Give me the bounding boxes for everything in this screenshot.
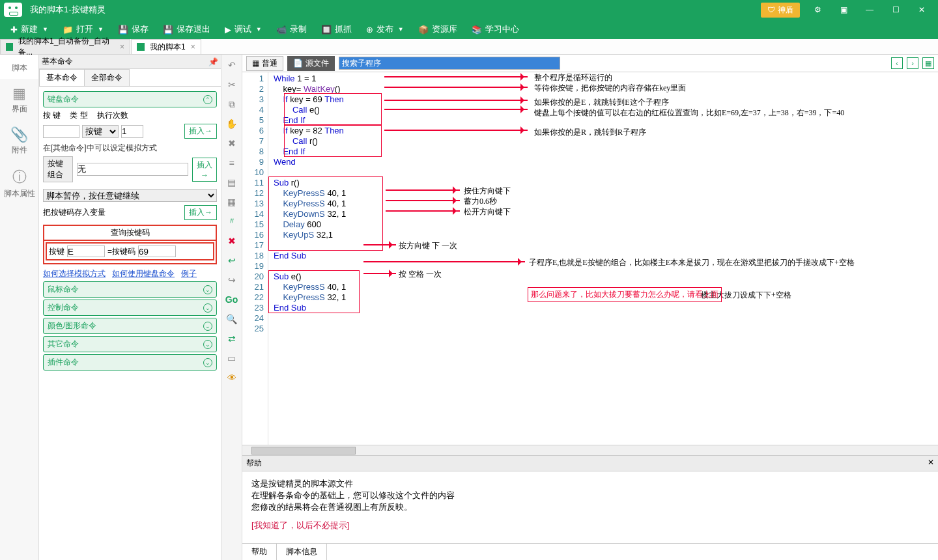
- pause-select[interactable]: 脚本暂停，按任意键继续: [43, 189, 217, 202]
- toolbar-9[interactable]: 📚学习中心: [465, 21, 526, 38]
- ts-go-icon[interactable]: Go: [225, 293, 238, 306]
- insert-key-button[interactable]: 插入→: [184, 124, 217, 139]
- command-panel-title: 基本命令: [42, 56, 73, 67]
- ts-redo2-icon[interactable]: ↩: [225, 254, 238, 267]
- ts-undo-icon[interactable]: ↶: [225, 59, 238, 72]
- code-editor[interactable]: While 1 = 1 key= WaitKey() If key = 69 T…: [268, 72, 938, 445]
- vnav-1[interactable]: ▦界面: [0, 79, 38, 120]
- ts-copy-icon[interactable]: ⧉: [225, 98, 238, 111]
- shield-button[interactable]: 🛡 神盾: [761, 3, 800, 18]
- command-panel: 基本命令 📌 基本命令 全部命令 键盘命令 ⌃ 按 键 类 型 执行次数 按键 …: [39, 55, 221, 560]
- ts-eye-icon[interactable]: 👁: [225, 371, 238, 384]
- line-gutter: 1234567891011121314151617181920212223242…: [242, 72, 268, 445]
- ts-replace-icon[interactable]: ⇄: [225, 332, 238, 345]
- view-normal-button[interactable]: ▦ 普通: [246, 56, 283, 71]
- ts-delete-icon[interactable]: ✖: [225, 137, 238, 150]
- minimize-icon[interactable]: —: [861, 1, 878, 18]
- toolbar-8[interactable]: 📦资源库: [412, 21, 464, 38]
- insert-pause-button[interactable]: 插入→: [184, 205, 217, 220]
- times-input[interactable]: [121, 125, 143, 138]
- collapse-icon[interactable]: ⌃: [203, 95, 212, 104]
- ts-uncomment-icon[interactable]: ✖: [225, 234, 238, 247]
- acc-0[interactable]: 鼠标命令⌄: [43, 281, 217, 298]
- ts-tool2-icon[interactable]: ▤: [225, 176, 238, 189]
- main-toolbar: ✚新建▼📁打开▼💾保存💾保存退出▶调试▼📹录制🔲抓抓⊕发布▼📦资源库📚学习中心: [0, 20, 938, 39]
- ts-cut-icon[interactable]: ✂: [225, 78, 238, 91]
- restore-down-icon[interactable]: ▣: [835, 1, 852, 18]
- ts-tool1-icon[interactable]: ≡: [225, 156, 238, 169]
- toolbar-7[interactable]: ⊕发布▼: [360, 21, 410, 38]
- help-tab-help[interactable]: 帮助: [242, 544, 277, 560]
- vnav-0[interactable]: 脚本: [0, 55, 38, 79]
- vnav-2[interactable]: 📎附件: [0, 120, 38, 161]
- nav-next-icon[interactable]: ›: [907, 57, 918, 69]
- acc-2[interactable]: 颜色/图形命令⌄: [43, 318, 217, 334]
- ts-paste-icon[interactable]: ✋: [225, 117, 238, 130]
- type-select[interactable]: 按键: [82, 125, 119, 138]
- editor-toolstrip: ↶ ✂ ⧉ ✋ ✖ ≡ ▤ ▦ 〃 ✖ ↩ ↪ Go 🔍 ⇄ ▭ 👁: [221, 55, 242, 560]
- side-vertical-nav: 脚本▦界面📎附件ⓘ脚本属性: [0, 55, 39, 560]
- acc-keyboard[interactable]: 键盘命令 ⌃: [43, 91, 217, 107]
- ts-redo3-icon[interactable]: ↪: [225, 273, 238, 287]
- toolbar-5[interactable]: 📹录制: [270, 21, 313, 38]
- help-title: 帮助: [246, 458, 262, 469]
- toolbar-6[interactable]: 🔲抓抓: [315, 21, 358, 38]
- toolbar-3[interactable]: 💾保存退出: [156, 21, 217, 38]
- doc-tab-1[interactable]: 我的脚本1×: [131, 39, 201, 54]
- horizontal-scrollbar[interactable]: [242, 445, 938, 455]
- help-close-icon[interactable]: ✕: [928, 458, 934, 469]
- search-sub-input[interactable]: [339, 57, 560, 70]
- view-source-button[interactable]: 📄 源文件: [287, 56, 335, 71]
- toolbar-4[interactable]: ▶调试▼: [218, 21, 268, 38]
- link-example[interactable]: 例子: [181, 268, 197, 279]
- cmd-tab-basic[interactable]: 基本命令: [39, 69, 85, 86]
- combo-input[interactable]: [77, 163, 188, 176]
- window-title: 我的脚本1-按键精灵: [30, 4, 106, 16]
- app-logo: [4, 3, 22, 17]
- ts-tool3-icon[interactable]: ▦: [225, 195, 238, 208]
- ts-comment-icon[interactable]: 〃: [225, 215, 238, 228]
- tab-close-icon[interactable]: ×: [191, 42, 195, 51]
- close-icon[interactable]: ✕: [913, 1, 930, 18]
- help-dismiss-link[interactable]: [我知道了，以后不必提示]: [251, 520, 929, 531]
- maximize-icon[interactable]: ☐: [887, 1, 904, 18]
- tab-close-icon[interactable]: ×: [120, 42, 124, 51]
- settings-icon[interactable]: ⚙: [809, 1, 826, 18]
- link-sim-mode[interactable]: 如何选择模拟方式: [43, 268, 106, 279]
- key-input[interactable]: [43, 125, 79, 138]
- nav-prev-icon[interactable]: ‹: [891, 57, 903, 69]
- cmd-tab-all[interactable]: 全部命令: [84, 69, 130, 86]
- acc-4[interactable]: 插件命令⌄: [43, 354, 217, 371]
- ts-find-icon[interactable]: 🔍: [225, 313, 238, 326]
- toolbar-2[interactable]: 💾保存: [111, 21, 155, 38]
- doc-tab-0[interactable]: 我的脚本1_自动备份_自动备...×: [0, 39, 130, 54]
- ts-bookmark-icon[interactable]: ▭: [225, 352, 238, 365]
- vnav-3[interactable]: ⓘ脚本属性: [0, 161, 38, 204]
- acc-3[interactable]: 其它命令⌄: [43, 336, 217, 352]
- nav-grid-icon[interactable]: ▦: [922, 57, 934, 69]
- help-tab-info[interactable]: 脚本信息: [277, 544, 327, 560]
- link-keyboard-help[interactable]: 如何使用键盘命令: [112, 268, 175, 279]
- keycode-code-output: [138, 245, 176, 257]
- pin-icon[interactable]: 📌: [208, 57, 218, 66]
- document-tabbar: 我的脚本1_自动备份_自动备...×我的脚本1×: [0, 39, 938, 55]
- acc-1[interactable]: 控制命令⌄: [43, 300, 217, 316]
- insert-combo-button[interactable]: 插入→: [192, 158, 217, 182]
- keycode-key-input[interactable]: [67, 245, 105, 257]
